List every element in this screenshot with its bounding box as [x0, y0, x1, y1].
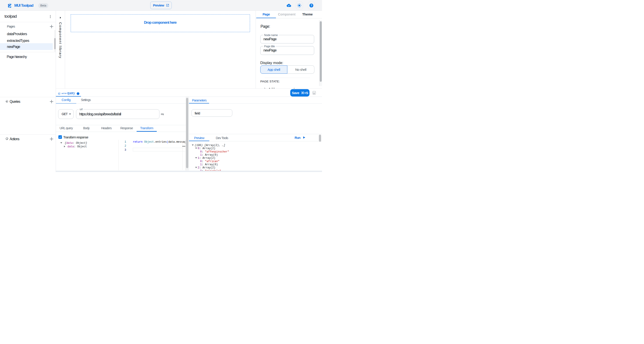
svg-text:?: ? — [310, 4, 312, 7]
